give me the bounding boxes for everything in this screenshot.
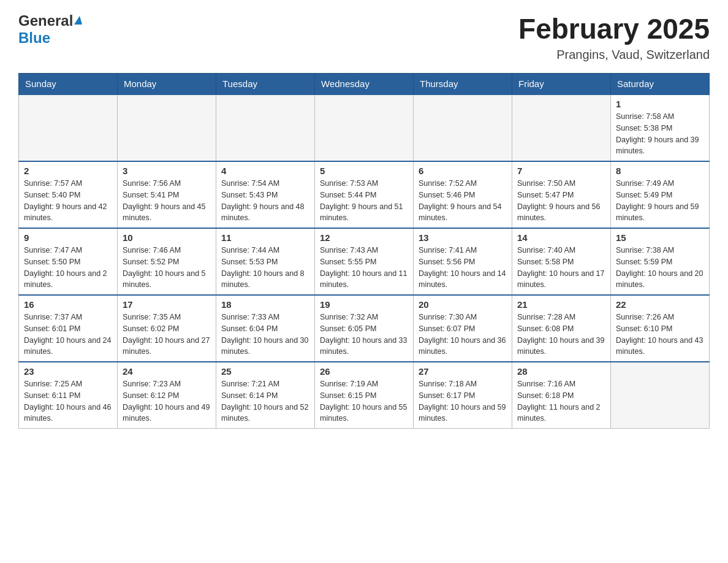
week-row-3: 9Sunrise: 7:47 AMSunset: 5:50 PMDaylight…: [19, 228, 710, 295]
day-info: Sunrise: 7:23 AMSunset: 6:12 PMDaylight:…: [123, 378, 211, 424]
day-number: 3: [123, 166, 211, 176]
calendar-cell: 23Sunrise: 7:25 AMSunset: 6:11 PMDayligh…: [19, 362, 118, 429]
calendar-cell: 27Sunrise: 7:18 AMSunset: 6:17 PMDayligh…: [414, 362, 512, 429]
day-info: Sunrise: 7:47 AMSunset: 5:50 PMDaylight:…: [24, 245, 112, 291]
calendar-cell: 9Sunrise: 7:47 AMSunset: 5:50 PMDaylight…: [19, 228, 118, 295]
day-number: 14: [517, 232, 605, 243]
calendar-cell: 26Sunrise: 7:19 AMSunset: 6:15 PMDayligh…: [315, 362, 414, 429]
day-header-sunday: Sunday: [19, 74, 118, 95]
day-number: 23: [24, 366, 112, 377]
calendar-cell: 3Sunrise: 7:56 AMSunset: 5:41 PMDaylight…: [118, 161, 216, 228]
day-number: 25: [221, 366, 309, 377]
logo-general-text: General: [18, 12, 73, 29]
day-number: 12: [320, 232, 408, 243]
title-block: February 2025 Prangins, Vaud, Switzerlan…: [518, 12, 710, 62]
day-number: 27: [419, 366, 507, 377]
day-number: 15: [616, 232, 704, 243]
calendar-cell: 25Sunrise: 7:21 AMSunset: 6:14 PMDayligh…: [216, 362, 315, 429]
calendar-cell: [19, 94, 118, 161]
calendar-cell: [611, 362, 710, 429]
day-info: Sunrise: 7:18 AMSunset: 6:17 PMDaylight:…: [419, 378, 507, 424]
calendar-cell: 7Sunrise: 7:50 AMSunset: 5:47 PMDaylight…: [512, 161, 611, 228]
day-number: 22: [616, 299, 704, 310]
day-info: Sunrise: 7:25 AMSunset: 6:11 PMDaylight:…: [24, 378, 112, 424]
day-header-wednesday: Wednesday: [315, 74, 414, 95]
calendar-cell: 16Sunrise: 7:37 AMSunset: 6:01 PMDayligh…: [19, 295, 118, 362]
calendar-cell: 15Sunrise: 7:38 AMSunset: 5:59 PMDayligh…: [611, 228, 710, 295]
calendar-cell: 5Sunrise: 7:53 AMSunset: 5:44 PMDaylight…: [315, 161, 414, 228]
day-info: Sunrise: 7:46 AMSunset: 5:52 PMDaylight:…: [123, 245, 211, 291]
day-info: Sunrise: 7:38 AMSunset: 5:59 PMDaylight:…: [616, 245, 704, 291]
calendar-cell: 22Sunrise: 7:26 AMSunset: 6:10 PMDayligh…: [611, 295, 710, 362]
calendar-cell: 6Sunrise: 7:52 AMSunset: 5:46 PMDaylight…: [414, 161, 512, 228]
calendar-cell: 19Sunrise: 7:32 AMSunset: 6:05 PMDayligh…: [315, 295, 414, 362]
day-info: Sunrise: 7:43 AMSunset: 5:55 PMDaylight:…: [320, 245, 408, 291]
day-header-tuesday: Tuesday: [216, 74, 315, 95]
logo-line1: General: [18, 12, 82, 29]
day-info: Sunrise: 7:49 AMSunset: 5:49 PMDaylight:…: [616, 178, 704, 224]
calendar-cell: 8Sunrise: 7:49 AMSunset: 5:49 PMDaylight…: [611, 161, 710, 228]
calendar-cell: 1Sunrise: 7:58 AMSunset: 5:38 PMDaylight…: [611, 94, 710, 161]
logo-blue-text: Blue: [18, 29, 50, 46]
calendar-cell: 13Sunrise: 7:41 AMSunset: 5:56 PMDayligh…: [414, 228, 512, 295]
week-row-1: 1Sunrise: 7:58 AMSunset: 5:38 PMDaylight…: [19, 94, 710, 161]
calendar-cell: 17Sunrise: 7:35 AMSunset: 6:02 PMDayligh…: [118, 295, 216, 362]
day-number: 10: [123, 232, 211, 243]
day-info: Sunrise: 7:32 AMSunset: 6:05 PMDaylight:…: [320, 312, 408, 358]
calendar-cell: 21Sunrise: 7:28 AMSunset: 6:08 PMDayligh…: [512, 295, 611, 362]
day-number: 19: [320, 299, 408, 310]
day-info: Sunrise: 7:26 AMSunset: 6:10 PMDaylight:…: [616, 312, 704, 358]
day-info: Sunrise: 7:57 AMSunset: 5:40 PMDaylight:…: [24, 178, 112, 224]
day-info: Sunrise: 7:35 AMSunset: 6:02 PMDaylight:…: [123, 312, 211, 358]
day-header-thursday: Thursday: [414, 74, 512, 95]
day-info: Sunrise: 7:58 AMSunset: 5:38 PMDaylight:…: [616, 111, 704, 157]
week-row-2: 2Sunrise: 7:57 AMSunset: 5:40 PMDaylight…: [19, 161, 710, 228]
day-number: 26: [320, 366, 408, 377]
calendar-cell: [414, 94, 512, 161]
day-info: Sunrise: 7:33 AMSunset: 6:04 PMDaylight:…: [221, 312, 309, 358]
day-info: Sunrise: 7:37 AMSunset: 6:01 PMDaylight:…: [24, 312, 112, 358]
day-header-friday: Friday: [512, 74, 611, 95]
calendar-cell: 2Sunrise: 7:57 AMSunset: 5:40 PMDaylight…: [19, 161, 118, 228]
calendar-cell: 20Sunrise: 7:30 AMSunset: 6:07 PMDayligh…: [414, 295, 512, 362]
day-info: Sunrise: 7:56 AMSunset: 5:41 PMDaylight:…: [123, 178, 211, 224]
day-info: Sunrise: 7:30 AMSunset: 6:07 PMDaylight:…: [419, 312, 507, 358]
day-info: Sunrise: 7:40 AMSunset: 5:58 PMDaylight:…: [517, 245, 605, 291]
calendar-cell: [216, 94, 315, 161]
calendar-title: February 2025: [518, 12, 710, 45]
day-number: 9: [24, 232, 112, 243]
day-number: 5: [320, 166, 408, 176]
day-number: 20: [419, 299, 507, 310]
day-info: Sunrise: 7:44 AMSunset: 5:53 PMDaylight:…: [221, 245, 309, 291]
day-number: 24: [123, 366, 211, 377]
calendar-cell: 11Sunrise: 7:44 AMSunset: 5:53 PMDayligh…: [216, 228, 315, 295]
day-info: Sunrise: 7:21 AMSunset: 6:14 PMDaylight:…: [221, 378, 309, 424]
calendar-cell: 28Sunrise: 7:16 AMSunset: 6:18 PMDayligh…: [512, 362, 611, 429]
calendar-subtitle: Prangins, Vaud, Switzerland: [518, 48, 710, 62]
day-info: Sunrise: 7:41 AMSunset: 5:56 PMDaylight:…: [419, 245, 507, 291]
calendar-cell: 12Sunrise: 7:43 AMSunset: 5:55 PMDayligh…: [315, 228, 414, 295]
week-row-5: 23Sunrise: 7:25 AMSunset: 6:11 PMDayligh…: [19, 362, 710, 429]
day-number: 4: [221, 166, 309, 176]
logo: General Blue: [18, 12, 82, 47]
day-header-monday: Monday: [118, 74, 216, 95]
calendar-cell: 24Sunrise: 7:23 AMSunset: 6:12 PMDayligh…: [118, 362, 216, 429]
day-header-saturday: Saturday: [611, 74, 710, 95]
day-number: 8: [616, 166, 704, 176]
calendar-table: SundayMondayTuesdayWednesdayThursdayFrid…: [18, 73, 710, 429]
day-info: Sunrise: 7:50 AMSunset: 5:47 PMDaylight:…: [517, 178, 605, 224]
day-info: Sunrise: 7:28 AMSunset: 6:08 PMDaylight:…: [517, 312, 605, 358]
week-row-4: 16Sunrise: 7:37 AMSunset: 6:01 PMDayligh…: [19, 295, 710, 362]
calendar-header-row: SundayMondayTuesdayWednesdayThursdayFrid…: [19, 74, 710, 95]
day-number: 7: [517, 166, 605, 176]
calendar-cell: [118, 94, 216, 161]
day-number: 11: [221, 232, 309, 243]
day-number: 28: [517, 366, 605, 377]
page-header: General Blue February 2025 Prangins, Vau…: [18, 12, 710, 62]
day-number: 1: [616, 99, 704, 109]
day-number: 16: [24, 299, 112, 310]
day-number: 6: [419, 166, 507, 176]
day-info: Sunrise: 7:16 AMSunset: 6:18 PMDaylight:…: [517, 378, 605, 424]
day-info: Sunrise: 7:54 AMSunset: 5:43 PMDaylight:…: [221, 178, 309, 224]
day-info: Sunrise: 7:19 AMSunset: 6:15 PMDaylight:…: [320, 378, 408, 424]
